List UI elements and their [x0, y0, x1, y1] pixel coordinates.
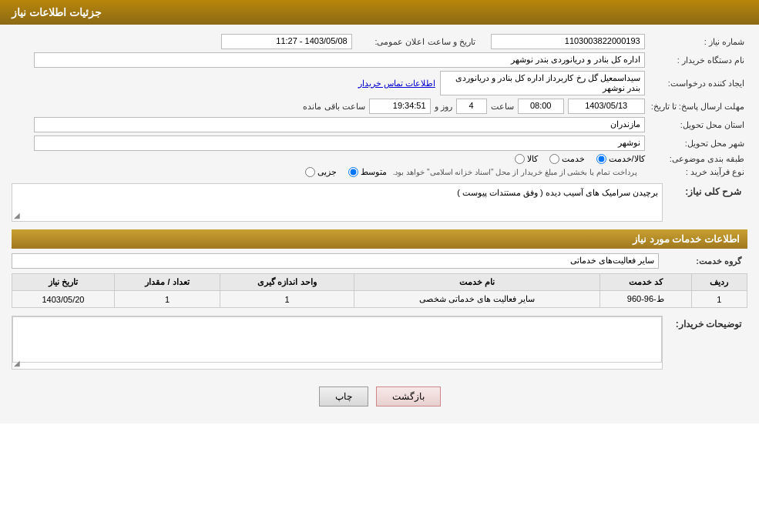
row-dastgah: نام دستگاه خریدار : اداره کل بنادر و دری… — [12, 51, 747, 69]
tozi-label: توضیحات خریدار: — [663, 316, 747, 330]
sharh-value: برچیدن سرامیک های آسیب دیده ( وفق مستندا… — [457, 188, 658, 197]
tarikh-value: 1403/05/08 - 11:27 — [221, 34, 352, 49]
resize-icon: ◢ — [14, 211, 20, 219]
ijad-value: سیداسمعیل گل رخ کاربرداز اداره کل بنادر … — [440, 71, 645, 95]
farayand-label: نوع فرآیند خرید : — [648, 166, 747, 179]
ostan-value: مازندران — [34, 117, 645, 132]
page-wrapper: جزئیات اطلاعات نیاز شماره نیاز : 1103003… — [0, 0, 759, 532]
row-mohlat: مهلت ارسال پاسخ: تا تاریخ: ساعت باقی مان… — [12, 97, 747, 115]
ijad-label: ایجاد کننده درخواست: — [648, 69, 747, 97]
radio-khedmat[interactable] — [549, 154, 559, 164]
farayand-note: پرداخت تمام یا بخشی از مبلغ خریدار از مح… — [393, 168, 637, 176]
sharh-container: برچیدن سرامیک های آسیب دیده ( وفق مستندا… — [12, 183, 663, 222]
tozi-row: توضیحات خریدار: ◢ — [12, 316, 747, 370]
radio-khedmat-label: خدمت — [562, 154, 585, 164]
col-1: کد خدمت — [599, 274, 691, 291]
services-header-row: ردیفکد خدمتنام خدمتواحد اندازه گیریتعداد… — [12, 274, 747, 291]
baghimande-label: ساعت باقی مانده — [303, 102, 364, 112]
row-tabaghe: طبقه بندی موضوعی: کالا خدمت کالا/خدمت — [12, 152, 747, 166]
col-4: تعداد / مقدار — [114, 274, 220, 291]
col-0: ردیف — [691, 274, 747, 291]
radio-kala-khedmat[interactable] — [596, 154, 606, 164]
ostan-cell: مازندران — [12, 115, 648, 134]
date-value: 1403/05/13 — [568, 99, 645, 114]
radio-jozyi-item: جزیی — [305, 167, 337, 177]
saat-value: 08:00 — [518, 99, 564, 114]
services-section-header: اطلاعات خدمات مورد نیاز — [12, 229, 747, 249]
dastgah-cell: اداره کل بنادر و دریانوردی بندر نوشهر — [12, 51, 648, 69]
sharh-row: شرح کلی نیاز: برچیدن سرامیک های آسیب دید… — [12, 183, 747, 222]
radio-kala-khedmat-item: کالا/خدمت — [596, 154, 645, 164]
tabaghe-cell: کالا خدمت کالا/خدمت — [12, 152, 648, 166]
row-shomare: شماره نیاز : 1103003822000193 تاریخ و سا… — [12, 32, 747, 51]
dastgah-value: اداره کل بنادر و دریانوردی بندر نوشهر — [34, 52, 645, 68]
col-5: تاریخ نیاز — [12, 274, 115, 291]
page-title: جزئیات اطلاعات نیاز — [12, 6, 102, 18]
radio-kala[interactable] — [515, 154, 525, 164]
row-ostan: استان محل تحویل: مازندران — [12, 115, 747, 134]
shahr-label: شهر محل تحویل: — [648, 134, 747, 152]
services-table-head: ردیفکد خدمتنام خدمتواحد اندازه گیریتعداد… — [12, 274, 747, 291]
tozi-input[interactable] — [12, 316, 662, 363]
buttons-row: بازگشت چاپ — [12, 377, 747, 416]
main-info-table: شماره نیاز : 1103003822000193 تاریخ و سا… — [12, 32, 747, 179]
shomare-value: 1103003822000193 — [491, 34, 645, 49]
tozi-container: ◢ — [12, 316, 663, 370]
saat-label: ساعت — [491, 102, 514, 112]
grohe-row: گروه خدمت: سایر فعالیت‌های خدماتی — [12, 253, 747, 269]
col-3: واحد اندازه گیری — [220, 274, 354, 291]
table-row: 1ط-96-960سایر فعالیت های خدماتی شخصی1114… — [12, 291, 747, 308]
mohlat-cell: ساعت باقی مانده 19:34:51 روز و 4 ساعت 08… — [12, 97, 648, 115]
farayand-cell: جزیی متوسط پرداخت تمام یا بخشی از مبلغ خ… — [12, 166, 648, 179]
radio-motavasset-item: متوسط — [348, 167, 387, 177]
back-button[interactable]: بازگشت — [376, 386, 441, 407]
empty-cell — [12, 69, 355, 97]
roz-label: روز و — [435, 102, 452, 112]
content-area: شماره نیاز : 1103003822000193 تاریخ و سا… — [0, 25, 759, 423]
ettelaat-link[interactable]: اطلاعات تماس خریدار — [358, 79, 435, 89]
dastgah-label: نام دستگاه خریدار : — [648, 51, 747, 69]
tabaghe-label: طبقه بندی موضوعی: — [648, 152, 747, 166]
page-header: جزئیات اطلاعات نیاز — [0, 0, 759, 25]
services-table-body: 1ط-96-960سایر فعالیت های خدماتی شخصی1114… — [12, 291, 747, 308]
radio-khedmat-item: خدمت — [549, 154, 585, 164]
grohe-value: سایر فعالیت‌های خدماتی — [12, 253, 659, 269]
services-table: ردیفکد خدمتنام خدمتواحد اندازه گیریتعداد… — [12, 273, 747, 308]
sharh-label: شرح کلی نیاز: — [663, 183, 747, 197]
shomare-label: شماره نیاز : — [648, 32, 747, 51]
radio-jozyi[interactable] — [305, 167, 315, 177]
row-ijad: ایجاد کننده درخواست: سیداسمعیل گل رخ کار… — [12, 69, 747, 97]
row-shahr: شهر محل تحویل: نوشهر — [12, 134, 747, 152]
radio-jozyi-label: جزیی — [317, 167, 337, 177]
ostan-label: استان محل تحویل: — [648, 115, 747, 134]
shahr-value: نوشهر — [34, 136, 645, 151]
radio-motavasset-label: متوسط — [361, 167, 387, 177]
services-section-title: اطلاعات خدمات مورد نیاز — [633, 233, 740, 245]
radio-motavasset[interactable] — [348, 167, 358, 177]
tarikh-label: تاریخ و ساعت اعلان عمومی: — [355, 32, 479, 51]
shomare-cell: 1103003822000193 — [479, 32, 648, 51]
col-2: نام خدمت — [354, 274, 599, 291]
radio-kala-label: کالا — [527, 154, 538, 164]
radio-kala-khedmat-label: کالا/خدمت — [609, 154, 645, 164]
grohe-label: گروه خدمت: — [663, 256, 747, 266]
roz-value: 4 — [456, 99, 487, 114]
time-value: 19:34:51 — [369, 99, 431, 114]
radio-kala-item: کالا — [515, 154, 538, 164]
print-button[interactable]: چاپ — [319, 386, 368, 407]
mohlat-label: مهلت ارسال پاسخ: تا تاریخ: — [648, 97, 747, 115]
shahr-cell: نوشهر — [12, 134, 648, 152]
tozi-resize-icon: ◢ — [14, 359, 20, 367]
tarikh-cell: 1403/05/08 - 11:27 — [12, 32, 355, 51]
ijad-cell: سیداسمعیل گل رخ کاربرداز اداره کل بنادر … — [355, 69, 648, 97]
row-farayand: نوع فرآیند خرید : جزیی متوسط — [12, 166, 747, 179]
